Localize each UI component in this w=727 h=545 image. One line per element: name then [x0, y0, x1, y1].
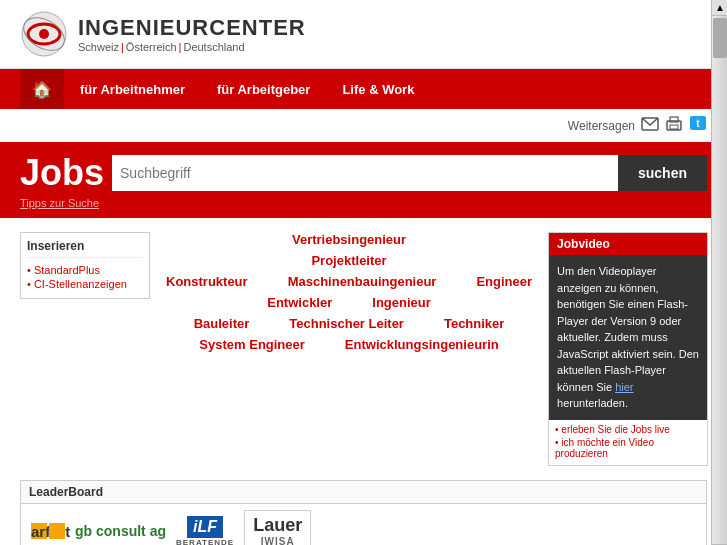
ilf-main: iLF	[187, 516, 223, 538]
arfurt-text: arfurt	[31, 523, 47, 539]
nav-bar: 🏠 für Arbeitnehmer für Arbeitgeber Life …	[0, 69, 727, 109]
leaderboard-logo-arfurt[interactable]: arfurt	[29, 523, 65, 539]
search-row: Jobs suchen	[20, 152, 707, 194]
nav-item-arbeitnehmer[interactable]: für Arbeitnehmer	[64, 69, 201, 109]
logo-sub: Schweiz|Österreich|Deutschland	[78, 41, 306, 53]
jobs-row-4: Entwickler Ingenieur	[166, 295, 532, 310]
scroll-thumb[interactable]	[713, 18, 727, 58]
weitersagen-label: Weitersagen	[568, 119, 635, 133]
job-link-ingenieur[interactable]: Ingenieur	[372, 295, 431, 310]
jobs-row-6: System Engineer Entwicklungsingenieurin	[166, 337, 532, 352]
search-input[interactable]	[112, 155, 618, 191]
content-area: Inserieren StandardPlus CI-Stellenanzeig…	[0, 218, 727, 480]
nav-item-life-work[interactable]: Life & Work	[326, 69, 430, 109]
jobs-row-5: Bauleiter Technischer Leiter Techniker	[166, 316, 532, 331]
logo-part1: INGENIEUR	[78, 15, 209, 40]
leaderboard-logo-gb[interactable]: gb consult ag	[75, 523, 166, 539]
leaderboard-logo-lauer[interactable]: Lauer IWISA	[244, 510, 311, 545]
job-link-vertriebsingenieur[interactable]: Vertriebsingenieur	[292, 232, 406, 247]
job-link-entwickler[interactable]: Entwickler	[267, 295, 332, 310]
left-sidebar: Inserieren StandardPlus CI-Stellenanzeig…	[20, 232, 150, 466]
search-title: Jobs	[20, 152, 104, 194]
svg-point-2	[39, 29, 49, 39]
search-section: Jobs suchen Tipps zur Suche	[0, 142, 727, 218]
arfurt-square	[49, 523, 65, 539]
ilf-sub: BERATENDE	[176, 538, 234, 546]
jobvideo-hier-link[interactable]: hier	[615, 381, 633, 393]
toolbar-print-icon[interactable]	[665, 116, 683, 135]
scrollbar[interactable]: ▲ ▼	[711, 0, 727, 545]
jobvideo-body: Um den Videoplayer anzeigen zu können, b…	[549, 255, 707, 420]
logo-deutschland: Deutschland	[183, 41, 244, 53]
lauer-main: Lauer	[253, 515, 302, 536]
insert-link-standard[interactable]: StandardPlus	[27, 264, 143, 276]
job-link-engineer[interactable]: Engineer	[476, 274, 532, 289]
jobvideo-link-2[interactable]: ich möchte ein Video produzieren	[555, 437, 701, 459]
logo-brand: INGENIEURCENTER	[78, 15, 306, 41]
job-link-projektleiter[interactable]: Projektleiter	[311, 253, 386, 268]
jobvideo-title: Jobvideo	[549, 233, 707, 255]
logo-part2: CENTER	[209, 15, 305, 40]
insert-box: Inserieren StandardPlus CI-Stellenanzeig…	[20, 232, 150, 299]
leaderboard-logo-ilf[interactable]: iLF BERATENDE	[176, 516, 234, 546]
nav-item-arbeitgeber[interactable]: für Arbeitgeber	[201, 69, 326, 109]
jobvideo-box: Jobvideo Um den Videoplayer anzeigen zu …	[548, 232, 708, 466]
job-link-maschinenbauingenieur[interactable]: Maschinenbauingenieur	[288, 274, 437, 289]
lauer-sub: IWISA	[261, 536, 295, 545]
job-link-techniker[interactable]: Techniker	[444, 316, 504, 331]
toolbar-email-icon[interactable]	[641, 117, 659, 135]
search-button[interactable]: suchen	[618, 155, 707, 191]
job-link-konstrukteur[interactable]: Konstrukteur	[166, 274, 248, 289]
logo-area: INGENIEURCENTER Schweiz|Österreich|Deuts…	[20, 10, 306, 58]
right-panel: Jobvideo Um den Videoplayer anzeigen zu …	[548, 232, 708, 466]
toolbar: Weitersagen t	[0, 109, 727, 142]
logo-text-area: INGENIEURCENTER Schweiz|Österreich|Deuts…	[78, 15, 306, 53]
jobvideo-link-1[interactable]: erleben Sie die Jobs live	[555, 424, 701, 435]
job-link-entwicklungsingenieurin[interactable]: Entwicklungsingenieurin	[345, 337, 499, 352]
leaderboard-logos: arfurt gb consult ag iLF BERATENDE Lauer…	[21, 504, 706, 546]
main-content: Weitersagen t Jobs suchen Tipps zur Such…	[0, 109, 727, 545]
center-jobs: Vertriebsingenieur Projektleiter Konstru…	[166, 232, 532, 466]
header: INGENIEURCENTER Schweiz|Österreich|Deuts…	[0, 0, 727, 69]
job-link-bauleiter[interactable]: Bauleiter	[194, 316, 250, 331]
leaderboard-title: LeaderBoard	[21, 481, 706, 504]
job-link-technischer-leiter[interactable]: Technischer Leiter	[289, 316, 404, 331]
logo-schweiz: Schweiz	[78, 41, 119, 53]
page-wrapper: INGENIEURCENTER Schweiz|Österreich|Deuts…	[0, 0, 727, 545]
jobvideo-links: erleben Sie die Jobs live ich möchte ein…	[549, 420, 707, 465]
jobs-row-3: Konstrukteur Maschinenbauingenieur Engin…	[166, 274, 532, 289]
scroll-up-arrow[interactable]: ▲	[712, 0, 727, 16]
jobs-row-2: Projektleiter	[166, 253, 532, 268]
search-hint[interactable]: Tipps zur Suche	[20, 194, 707, 214]
jobs-row-1: Vertriebsingenieur	[166, 232, 532, 247]
logo-oesterreich: Österreich	[126, 41, 177, 53]
toolbar-share-icon[interactable]: t	[689, 115, 707, 136]
insert-link-ci[interactable]: CI-Stellenanzeigen	[27, 278, 143, 290]
leaderboard-section: LeaderBoard arfurt gb consult ag iLF BER…	[20, 480, 707, 546]
insert-title: Inserieren	[27, 239, 143, 258]
logo-icon	[20, 10, 68, 58]
nav-home-button[interactable]: 🏠	[20, 69, 64, 109]
gb-text: gb consult ag	[75, 523, 166, 539]
job-link-system-engineer[interactable]: System Engineer	[199, 337, 305, 352]
svg-rect-7	[670, 125, 678, 129]
